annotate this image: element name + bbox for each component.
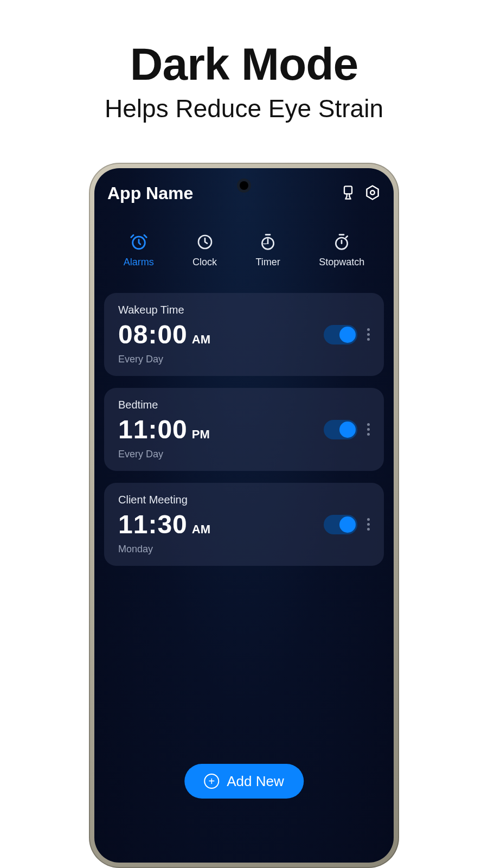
add-new-button[interactable]: + Add New <box>184 764 304 799</box>
alarm-repeat: Every Day <box>118 354 210 365</box>
alarm-ampm: AM <box>192 522 210 537</box>
alarm-info: Wakeup Time 08:00 AM Every Day <box>118 304 210 365</box>
svg-marker-1 <box>367 186 378 199</box>
svg-point-2 <box>370 190 375 195</box>
alarm-actions <box>324 325 372 344</box>
alarm-ampm: AM <box>192 333 210 347</box>
alarm-time: 11:30 <box>118 509 188 539</box>
alarm-card[interactable]: Wakeup Time 08:00 AM Every Day <box>104 293 384 376</box>
phone-frame: App Name Alarms Clock <box>89 163 399 868</box>
tab-label: Timer <box>256 257 280 268</box>
alarm-icon <box>130 233 148 251</box>
clock-icon <box>196 233 214 251</box>
camera-notch <box>240 181 248 190</box>
alarm-label: Client Meeting <box>118 494 210 506</box>
alarm-toggle[interactable] <box>324 325 357 344</box>
alarms-list: Wakeup Time 08:00 AM Every Day Bedtime <box>94 268 394 566</box>
add-button-label: Add New <box>227 773 284 790</box>
stopwatch-icon <box>333 233 350 251</box>
tab-label: Stopwatch <box>319 257 364 268</box>
plus-icon: + <box>204 774 219 789</box>
svg-rect-0 <box>344 186 352 194</box>
app-title: App Name <box>107 183 193 203</box>
alarm-info: Bedtime 11:00 PM Every Day <box>118 399 210 460</box>
promo-title: Dark Mode <box>0 38 488 91</box>
alarm-toggle[interactable] <box>324 515 357 534</box>
alarm-actions <box>324 420 372 439</box>
more-icon[interactable] <box>365 423 372 436</box>
alarm-repeat: Every Day <box>118 449 210 460</box>
tab-bar: Alarms Clock Timer Stopwatch <box>94 233 394 268</box>
brush-icon[interactable] <box>341 185 356 202</box>
alarm-time-row: 11:30 AM <box>118 509 210 539</box>
alarm-time-row: 11:00 PM <box>118 414 210 444</box>
alarm-time: 08:00 <box>118 320 188 349</box>
alarm-time: 11:00 <box>118 414 188 444</box>
tab-stopwatch[interactable]: Stopwatch <box>319 233 364 268</box>
timer-icon <box>259 233 277 251</box>
alarm-card[interactable]: Client Meeting 11:30 AM Monday <box>104 483 384 566</box>
alarm-ampm: PM <box>192 427 210 442</box>
promo-block: Dark Mode Helps Reduce Eye Strain <box>0 0 488 123</box>
phone-screen: App Name Alarms Clock <box>94 168 394 863</box>
tab-clock[interactable]: Clock <box>192 233 217 268</box>
tab-label: Alarms <box>124 257 154 268</box>
alarm-repeat: Monday <box>118 544 210 555</box>
alarm-time-row: 08:00 AM <box>118 320 210 349</box>
alarm-card[interactable]: Bedtime 11:00 PM Every Day <box>104 388 384 471</box>
more-icon[interactable] <box>365 518 372 531</box>
alarm-label: Bedtime <box>118 399 210 411</box>
alarm-label: Wakeup Time <box>118 304 210 316</box>
tab-alarms[interactable]: Alarms <box>124 233 154 268</box>
more-icon[interactable] <box>365 328 372 341</box>
settings-icon[interactable] <box>364 184 381 203</box>
alarm-toggle[interactable] <box>324 420 357 439</box>
alarm-actions <box>324 515 372 534</box>
alarm-info: Client Meeting 11:30 AM Monday <box>118 494 210 555</box>
promo-subtitle: Helps Reduce Eye Strain <box>0 94 488 123</box>
tab-timer[interactable]: Timer <box>256 233 280 268</box>
tab-label: Clock <box>192 257 217 268</box>
header-actions <box>341 184 381 203</box>
